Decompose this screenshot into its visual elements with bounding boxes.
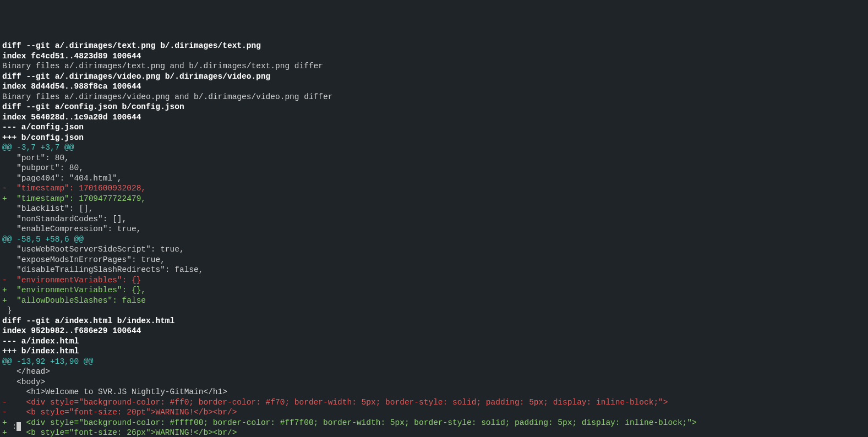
diff-line: "nonStandardCodes": [],: [2, 214, 866, 225]
diff-line: "page404": "404.html",: [2, 173, 866, 184]
diff-line: - "environmentVariables": {}: [2, 275, 866, 286]
diff-line: index 564028d..1c9a20d 100644: [2, 112, 866, 123]
diff-line: + "allowDoubleSlashes": false: [2, 296, 866, 306]
diff-line: "useWebRootServerSideScript": true,: [2, 244, 866, 255]
diff-line: @@ -58,5 +58,6 @@: [2, 234, 866, 245]
diff-line: index 8d44d54..988f8ca 100644: [2, 81, 866, 92]
cursor: [17, 422, 21, 431]
diff-line: <body>: [2, 377, 866, 387]
diff-line: index 952b982..f686e29 100644: [2, 326, 866, 336]
diff-line: </head>: [2, 367, 866, 377]
diff-line: diff --git a/.dirimages/video.png b/.dir…: [2, 72, 866, 82]
pager-prompt[interactable]: :: [2, 411, 21, 431]
diff-line: "disableTrailingSlashRedirects": false,: [2, 265, 866, 275]
diff-line: diff --git a/index.html b/index.html: [2, 316, 866, 326]
diff-line: + "environmentVariables": {},: [2, 285, 866, 296]
diff-line: diff --git a/.dirimages/text.png b/.diri…: [2, 41, 866, 51]
diff-line: "pubport": 80,: [2, 163, 866, 173]
diff-line: Binary files a/.dirimages/video.png and …: [2, 92, 866, 102]
diff-output[interactable]: diff --git a/.dirimages/text.png b/.diri…: [0, 41, 868, 437]
diff-line: --- a/index.html: [2, 336, 866, 347]
diff-line: diff --git a/config.json b/config.json: [2, 102, 866, 112]
diff-line: + <b style="font-size: 26px">WARNING!</b…: [2, 428, 866, 437]
diff-line: "enableCompression": true,: [2, 224, 866, 234]
diff-line: @@ -3,7 +3,7 @@: [2, 143, 866, 153]
diff-line: + <div style="background-color: #ffff00;…: [2, 418, 866, 428]
diff-line: + "timestamp": 1709477722479,: [2, 194, 866, 204]
diff-line: Binary files a/.dirimages/text.png and b…: [2, 61, 866, 72]
prompt-text: :: [12, 422, 17, 431]
diff-line: index fc4cd51..4823d89 100644: [2, 51, 866, 62]
diff-line: - "timestamp": 1701600932028,: [2, 183, 866, 194]
diff-line: <h1>Welcome to SVR.JS Nightly-GitMain</h…: [2, 387, 866, 397]
diff-line: }: [2, 305, 866, 316]
diff-line: "blacklist": [],: [2, 204, 866, 214]
diff-line: - <div style="background-color: #ff0; bo…: [2, 397, 866, 408]
diff-line: "exposeModsInErrorPages": true,: [2, 255, 866, 265]
diff-line: @@ -13,92 +13,90 @@: [2, 357, 866, 367]
diff-line: +++ b/config.json: [2, 133, 866, 143]
diff-line: - <b style="font-size: 20pt">WARNING!</b…: [2, 407, 866, 418]
diff-line: +++ b/index.html: [2, 346, 866, 357]
diff-line: --- a/config.json: [2, 122, 866, 133]
diff-line: "port": 80,: [2, 153, 866, 163]
